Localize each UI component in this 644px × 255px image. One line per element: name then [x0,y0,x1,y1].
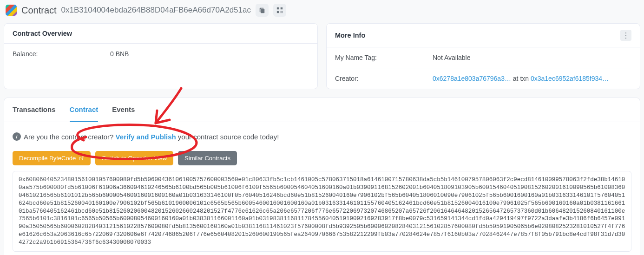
creator-row: Creator: 0x6278a1e803a76796a3… at txn 0x… [335,68,631,89]
card-title: Contract Overview [13,30,72,37]
balance-value: 0 BNB [110,50,309,58]
page-header: Contract 0x1B3104004ebda264B88D04aFB6eA6… [4,4,640,17]
svg-rect-0 [277,7,279,9]
svg-rect-1 [281,7,283,9]
tabs-list: Transactions Contract Events [4,98,640,122]
contract-overview-card: Contract Overview Balance: 0 BNB [4,23,318,89]
opcodes-button[interactable]: Switch to Opcodes View [95,151,173,165]
balance-label: Balance: [13,50,110,58]
svg-rect-3 [281,11,282,12]
verify-suffix: your contract source code today! [176,133,279,141]
creator-label: Creator: [335,75,433,82]
svg-rect-5 [281,12,282,13]
card-title: More Info [335,32,365,39]
name-tag-label: My Name Tag: [335,54,433,61]
contract-identicon [6,5,17,16]
name-tag-value: Not Available [433,54,631,61]
creator-link[interactable]: 0x6278a1e803a76796a3… [433,75,511,82]
verify-publish-prompt: i Are you the contract creator? Verify a… [13,132,631,141]
svg-rect-2 [277,11,279,13]
verify-prefix: Are you the contract creator? [24,133,116,141]
qr-icon [276,7,283,13]
info-icon: i [13,132,21,141]
txn-link[interactable]: 0x3a1ec6952af6185f934… [531,75,609,82]
button-row: Decompile ByteCode Switch to Opcodes Vie… [13,151,631,165]
verify-publish-link[interactable]: Verify and Publish [116,133,176,141]
kebab-icon: ⋮ [622,31,630,40]
copy-icon [259,7,265,13]
svg-rect-6 [282,11,283,12]
balance-row: Balance: 0 BNB [13,44,309,64]
contract-address: 0x1B3104004ebda264B88D04aFB6eA66d70A2d51… [61,6,251,15]
more-info-card: More Info ⋮ My Name Tag: Not Available C… [326,23,640,89]
similar-contracts-button[interactable]: Similar Contracts [178,151,237,165]
tab-contract[interactable]: Contract [70,98,99,122]
page-title: Contract [21,5,57,16]
tab-events[interactable]: Events [112,98,135,122]
external-link-icon [79,156,84,161]
qr-button[interactable] [273,4,286,17]
contract-tabs-card: Transactions Contract Events i Are you t… [4,98,640,255]
copy-address-button[interactable] [256,4,269,17]
name-tag-row: My Name Tag: Not Available [335,47,631,68]
svg-rect-4 [282,12,283,13]
bytecode-box[interactable]: 0x608060405234801561001057600080fd5b5060… [13,171,631,252]
decompile-button[interactable]: Decompile ByteCode [13,151,91,165]
at-txn-text: at txn [513,75,531,82]
more-options-button[interactable]: ⋮ [620,30,631,41]
tab-transactions[interactable]: Transactions [13,98,56,122]
